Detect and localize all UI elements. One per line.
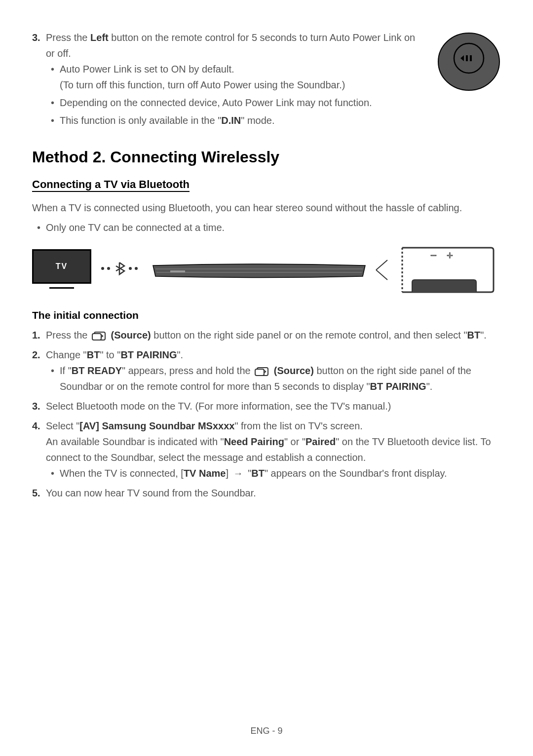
- text: When the TV is connected, [: [60, 468, 184, 479]
- step3-bullets: Auto Power Link is set to ON by default.…: [46, 61, 422, 128]
- text-bold: Left: [90, 32, 109, 43]
- text-bold: Paired: [305, 436, 336, 447]
- text: ": [245, 468, 252, 479]
- text: " to ": [100, 349, 120, 360]
- text: " appears, press and hold the: [122, 365, 253, 376]
- text: Auto Power Link is set to ON by default.: [60, 64, 234, 75]
- text: ".: [177, 349, 183, 360]
- svg-rect-14: [461, 252, 471, 259]
- text: " mode.: [241, 115, 274, 126]
- text: Change ": [46, 349, 87, 360]
- bullet-item: If "BT READY" appears, press and hold th…: [60, 363, 501, 394]
- text-bold: Need Pairing: [224, 436, 284, 447]
- text: Select ": [46, 420, 79, 431]
- text-bold: BT: [251, 468, 265, 479]
- section-heading: Method 2. Connecting Wirelessly: [32, 148, 501, 166]
- text: You can now hear TV sound from the Sound…: [46, 488, 256, 498]
- svg-rect-18: [92, 334, 101, 340]
- bluetooth-icon: [99, 261, 143, 276]
- step-1: 1. Press the (Source) button on the righ…: [46, 327, 501, 343]
- text: Depending on the connected device, Auto …: [60, 97, 372, 108]
- text: " from the list on TV's screen.: [234, 420, 363, 431]
- bluetooth-symbol: [99, 261, 143, 279]
- panel-icon: − +: [397, 245, 496, 295]
- text-bold: D.IN: [221, 115, 241, 126]
- svg-point-5: [101, 267, 104, 270]
- tv-stand: [49, 285, 74, 289]
- step-5: 5. You can now hear TV sound from the So…: [46, 485, 501, 501]
- text: " appears on the Soundbar's front displa…: [265, 468, 447, 479]
- text-bold: (Source): [108, 330, 151, 340]
- step-number: 3.: [32, 30, 40, 45]
- page-content: 3. Press the Left button on the remote c…: [32, 30, 501, 501]
- source-icon: [254, 366, 270, 377]
- text: ".: [480, 330, 487, 340]
- text-bold: (Source): [271, 365, 314, 376]
- svg-rect-20: [255, 369, 264, 376]
- text-bold: BT READY: [72, 365, 122, 376]
- bullet-item: Depending on the connected device, Auto …: [60, 95, 422, 111]
- continuation-list: 3. Press the Left button on the remote c…: [32, 30, 501, 128]
- connection-diagram: TV: [32, 245, 501, 295]
- bullet-item: Auto Power Link is set to ON by default.…: [60, 61, 422, 93]
- text: ".: [426, 381, 433, 392]
- page-footer: ENG - 9: [0, 726, 533, 736]
- text: Select Bluetooth mode on the TV. (For mo…: [46, 401, 391, 412]
- tv-label: TV: [56, 262, 68, 271]
- text-bold: TV Name: [184, 468, 226, 479]
- arrow-icon: →: [233, 465, 243, 481]
- text: button on the right side panel or on the…: [151, 330, 467, 340]
- step-number: 1.: [32, 327, 40, 343]
- step-3-item: 3. Press the Left button on the remote c…: [46, 30, 501, 128]
- step4-bullets: When the TV is connected, [TV Name] → "B…: [46, 465, 501, 481]
- connector-line: [375, 258, 390, 282]
- step-number: 4.: [32, 418, 40, 434]
- text: This function is only available in the ": [60, 115, 221, 126]
- text: ]: [226, 468, 231, 479]
- text: " or ": [284, 436, 305, 447]
- text: Press the: [46, 330, 90, 340]
- step2-bullets: If "BT READY" appears, press and hold th…: [46, 363, 501, 394]
- bullet-item: When the TV is connected, [TV Name] → "B…: [60, 465, 501, 481]
- svg-point-8: [135, 267, 138, 270]
- intro-bullets: Only one TV can be connected at a time.: [32, 220, 501, 235]
- subsection-heading: Connecting a TV via Bluetooth: [32, 178, 190, 192]
- text: If ": [60, 365, 72, 376]
- side-panel-illustration: − +: [397, 245, 496, 295]
- bullet-item: Only one TV can be connected at a time.: [46, 220, 501, 235]
- text: An available Soundbar is indicated with …: [46, 436, 224, 447]
- step-4: 4. Select "[AV] Samsung Soundbar MSxxxx"…: [46, 418, 501, 481]
- step-number: 2.: [32, 347, 40, 363]
- source-icon: [91, 331, 107, 341]
- text-bold: BT: [87, 349, 100, 360]
- soundbar-icon: [151, 262, 368, 279]
- text-bold: BT: [467, 330, 481, 340]
- svg-point-7: [129, 267, 132, 270]
- step-number: 5.: [32, 485, 40, 501]
- tv-screen: TV: [32, 249, 91, 284]
- text-bold: [AV] Samsung Soundbar MSxxxx: [79, 420, 234, 431]
- svg-text:+: +: [447, 249, 453, 262]
- text: (To turn off this function, turn off Aut…: [60, 79, 345, 90]
- svg-point-6: [107, 267, 110, 270]
- subsubsection-heading: The initial connection: [32, 309, 501, 321]
- text: Press the: [46, 32, 90, 43]
- tv-illustration: TV: [32, 249, 91, 291]
- text-bold: BT PAIRING: [370, 381, 426, 392]
- intro-paragraph: When a TV is connected using Bluetooth, …: [32, 200, 501, 216]
- step-2: 2. Change "BT" to "BT PAIRING". If "BT R…: [46, 347, 501, 394]
- soundbar-illustration: [151, 262, 368, 279]
- svg-text:−: −: [430, 249, 437, 262]
- step-3: 3. Select Bluetooth mode on the TV. (For…: [46, 398, 501, 414]
- text-bold: BT PAIRING: [120, 349, 177, 360]
- svg-rect-11: [170, 270, 185, 272]
- bullet-item: This function is only available in the "…: [60, 113, 422, 128]
- step-number: 3.: [32, 398, 40, 414]
- initial-connection-steps: 1. Press the (Source) button on the righ…: [32, 327, 501, 501]
